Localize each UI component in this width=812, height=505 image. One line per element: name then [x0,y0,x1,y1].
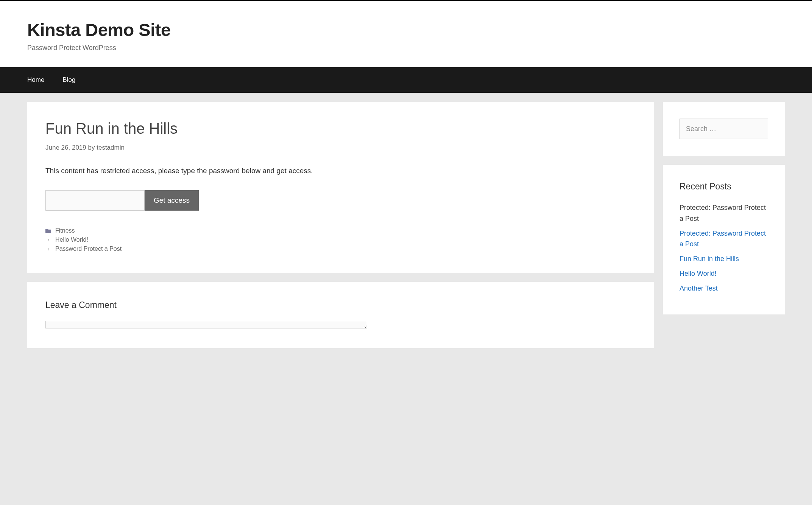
folder-icon [45,228,51,233]
site-title[interactable]: Kinsta Demo Site [27,19,785,40]
category-link[interactable]: Fitness [55,227,75,234]
chevron-right-icon: › [45,246,51,252]
recent-posts-title: Recent Posts [680,181,768,192]
password-form: Get access [45,190,636,211]
search-widget [663,102,785,156]
chevron-left-icon: ‹ [45,237,51,243]
recent-posts-widget: Recent Posts Protected: Password Protect… [663,165,785,314]
post-footer-meta: Fitness ‹ Hello World! › Password Protec… [45,227,636,252]
post-title: Fun Run in the Hills [45,120,636,137]
recent-post-link[interactable]: Protected: Password Protect a Post [680,230,766,248]
recent-post-link[interactable]: Another Test [680,285,718,292]
recent-post-link[interactable]: Protected: Password Protect a Post [680,204,766,222]
recent-post-link[interactable]: Fun Run in the Hills [680,255,739,263]
next-post-link[interactable]: Password Protect a Post [55,245,122,252]
comment-section: Leave a Comment [27,282,654,348]
password-input[interactable] [45,190,145,211]
post-card: Fun Run in the Hills June 26, 2019 by te… [27,102,654,273]
recent-post-link[interactable]: Hello World! [680,270,717,277]
post-by-text: by [88,144,95,151]
post-author-link[interactable]: testadmin [97,144,125,151]
leave-comment-title: Leave a Comment [45,300,636,310]
post-meta: June 26, 2019 by testadmin [45,144,636,152]
primary-nav: Home Blog [0,67,812,93]
site-header: Kinsta Demo Site Password Protect WordPr… [0,1,812,67]
get-access-button[interactable]: Get access [145,190,199,211]
restricted-access-message: This content has restricted access, plea… [45,167,636,175]
prev-post-link[interactable]: Hello World! [55,236,88,243]
search-input[interactable] [680,119,768,139]
post-date: June 26, 2019 [45,144,86,151]
nav-item-blog[interactable]: Blog [62,67,84,93]
comment-textarea[interactable] [45,321,367,328]
site-tagline: Password Protect WordPress [27,44,785,52]
nav-item-home[interactable]: Home [27,67,53,93]
